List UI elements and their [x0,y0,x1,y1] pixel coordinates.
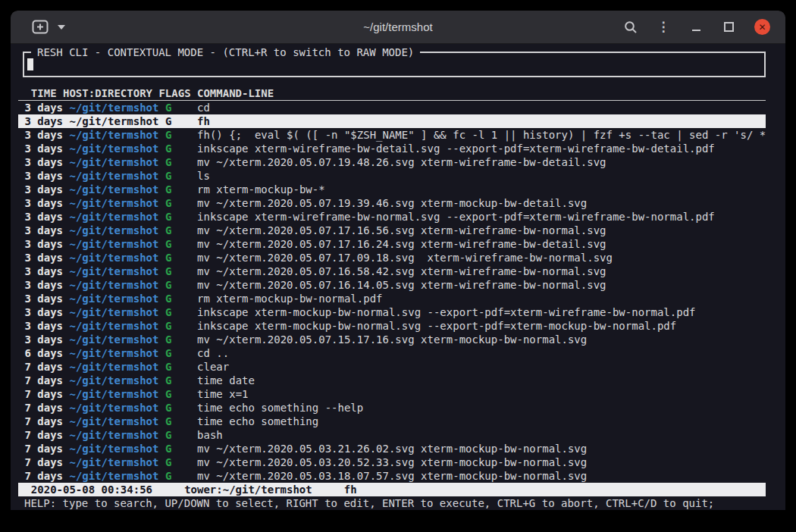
history-row[interactable]: 3 days ~/git/termshot G rm xterm-mockup-… [18,292,766,305]
row-directory: ~/git/termshot [69,265,158,277]
history-row[interactable]: 3 days ~/git/termshot G rm xterm-mockup-… [18,183,766,196]
history-row[interactable]: 3 days ~/git/termshot G ls [18,169,766,183]
history-row[interactable]: 3 days ~/git/termshot G mv ~/xterm.2020.… [18,333,766,346]
row-time: 3 days [24,238,63,250]
search-button[interactable] [624,18,638,36]
history-row[interactable]: 3 days ~/git/termshot G mv ~/xterm.2020.… [18,237,766,251]
row-time: 7 days [24,470,63,482]
row-command: mv ~/xterm.2020.05.07.19.48.26.svg xterm… [197,156,606,168]
row-flags: G [165,156,171,168]
row-flags: G [165,238,171,250]
row-flags: G [165,142,171,155]
row-command: mv ~/xterm.2020.05.03.21.26.02.svg xterm… [197,443,587,455]
row-directory: ~/git/termshot [69,170,158,182]
history-row[interactable]: 7 days ~/git/termshot G time echo someth… [18,401,766,415]
row-directory: ~/git/termshot [69,361,158,373]
terminal-window: ~/git/termshot ⋮ ✕ [11,11,785,521]
history-row[interactable]: 7 days ~/git/termshot G mv ~/xterm.2020.… [18,469,766,483]
history-row[interactable]: 7 days ~/git/termshot G bash [18,428,766,442]
history-row[interactable]: 7 days ~/git/termshot G clear [18,360,766,374]
titlebar-left-controls [32,11,65,43]
history-row[interactable]: 7 days ~/git/termshot G time echo someth… [18,415,766,428]
row-time: 3 days [24,306,63,318]
row-directory: ~/git/termshot [69,415,158,427]
history-row[interactable]: 7 days ~/git/termshot G mv ~/xterm.2020.… [18,455,766,469]
row-command: time echo something --help [197,402,363,414]
row-flags: G [165,333,171,346]
row-directory: ~/git/termshot [69,320,158,332]
row-directory: ~/git/termshot [69,470,158,482]
kebab-menu-icon: ⋮ [657,20,670,33]
menu-button[interactable]: ⋮ [657,18,670,36]
history-row[interactable]: 3 days ~/git/termshot G mv ~/xterm.2020.… [18,224,766,237]
row-command: time echo something [197,415,318,427]
row-command: mv ~/xterm.2020.05.07.19.39.46.svg xterm… [197,197,587,209]
search-input[interactable]: RESH CLI - CONTEXTUAL MODE - (CTRL+R to … [23,52,766,77]
row-directory: ~/git/termshot [69,333,158,346]
row-command: fh [197,115,210,127]
history-row[interactable]: 3 days ~/git/termshot G mv ~/xterm.2020.… [18,278,766,292]
row-directory: ~/git/termshot [69,211,158,223]
row-time: 3 days [24,102,63,114]
row-flags: G [165,470,171,482]
row-time: 3 days [24,183,63,196]
window-title: ~/git/termshot [363,11,432,43]
history-row[interactable]: 3 days ~/git/termshot G cd [18,101,766,114]
row-time: 3 days [24,211,63,223]
row-command: mv ~/xterm.2020.05.03.18.07.57.svg xterm… [197,470,587,482]
history-row[interactable]: 3 days ~/git/termshot G inkscape xterm-m… [18,319,766,333]
history-row[interactable]: 3 days ~/git/termshot G mv ~/xterm.2020.… [18,264,766,278]
row-command: mv ~/xterm.2020.05.07.17.16.24.svg xterm… [197,238,606,250]
close-button[interactable]: ✕ [754,19,770,35]
row-flags: G [165,279,171,291]
history-row[interactable]: 3 days ~/git/termshot G fh() {; eval $( … [18,128,766,142]
row-command: inkscape xterm-wireframe-bw-normal.svg -… [197,211,715,223]
minimize-icon [692,30,700,31]
row-directory: ~/git/termshot [69,238,158,250]
row-directory: ~/git/termshot [69,156,158,168]
row-flags: G [165,115,171,127]
new-tab-button[interactable] [32,20,49,34]
row-command: mv ~/xterm.2020.05.03.20.52.33.svg xterm… [197,456,587,468]
row-command: time x=1 [197,388,248,400]
row-flags: G [165,252,171,264]
row-flags: G [165,347,171,359]
row-command: cd .. [197,347,229,359]
history-row[interactable]: 3 days ~/git/termshot G mv ~/xterm.2020.… [18,196,766,210]
row-directory: ~/git/termshot [69,197,158,209]
history-row[interactable]: 3 days ~/git/termshot G inkscape xterm-w… [18,210,766,224]
history-row[interactable]: 7 days ~/git/termshot G time x=1 [18,387,766,401]
row-flags: G [165,197,171,209]
row-directory: ~/git/termshot [69,279,158,291]
row-command: inkscape xterm-mockup-bw-normal.svg --ex… [197,320,676,332]
minimize-button[interactable] [689,18,703,36]
row-command: inkscape xterm-wireframe-bw-detail.svg -… [197,142,715,155]
new-tab-icon [32,20,49,34]
title-bar: ~/git/termshot ⋮ ✕ [11,11,785,44]
titlebar-right-controls: ⋮ ✕ [624,11,770,43]
row-time: 3 days [24,156,63,168]
history-row[interactable]: 3 days ~/git/termshot G fh [18,114,766,128]
restore-button[interactable] [722,18,735,36]
row-flags: G [165,443,171,455]
row-command: mv ~/xterm.2020.05.07.17.16.56.svg xterm… [197,224,606,236]
chevron-down-icon[interactable] [58,25,65,30]
row-directory: ~/git/termshot [69,456,158,468]
row-time: 7 days [24,388,63,400]
history-list: 3 days ~/git/termshot G cd 3 days ~/git/… [18,101,766,483]
row-time: 7 days [24,374,63,386]
history-row[interactable]: 3 days ~/git/termshot G mv ~/xterm.2020.… [18,155,766,169]
history-row[interactable]: 6 days ~/git/termshot G cd .. [18,346,766,360]
row-flags: G [165,170,171,182]
history-row[interactable]: 7 days ~/git/termshot G mv ~/xterm.2020.… [18,442,766,455]
row-flags: G [165,456,171,468]
row-directory: ~/git/termshot [69,388,158,400]
row-flags: G [165,361,171,373]
text-cursor [27,58,33,70]
row-directory: ~/git/termshot [69,102,158,114]
row-directory: ~/git/termshot [69,224,158,236]
history-row[interactable]: 3 days ~/git/termshot G mv ~/xterm.2020.… [18,251,766,264]
history-row[interactable]: 7 days ~/git/termshot G time date [18,374,766,387]
history-row[interactable]: 3 days ~/git/termshot G inkscape xterm-m… [18,305,766,319]
history-row[interactable]: 3 days ~/git/termshot G inkscape xterm-w… [18,142,766,155]
